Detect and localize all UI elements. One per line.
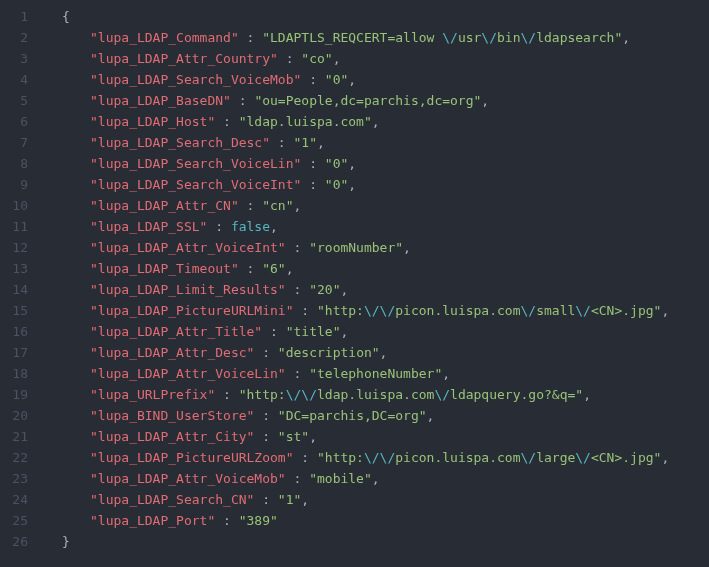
code-line: "lupa_LDAP_Port" : "389" (48, 510, 709, 531)
line-number: 16 (0, 321, 28, 342)
json-string: " (372, 345, 380, 360)
comma: , (403, 240, 411, 255)
line-number: 26 (0, 531, 28, 552)
json-key: "lupa_LDAP_Attr_VoiceMob" (90, 471, 286, 486)
json-string: " (325, 72, 333, 87)
json-string: usr (458, 30, 481, 45)
colon: : (254, 345, 277, 360)
json-key: "lupa_LDAP_Attr_City" (90, 429, 254, 444)
json-string: cn (270, 198, 286, 213)
code-line: "lupa_LDAP_Attr_Desc" : "description", (48, 342, 709, 363)
json-key: "lupa_LDAP_Attr_VoiceInt" (90, 240, 286, 255)
json-string: " (262, 261, 270, 276)
json-string: <CN>.jpg (591, 450, 654, 465)
colon: : (239, 261, 262, 276)
colon: : (301, 72, 324, 87)
line-number: 20 (0, 405, 28, 426)
colon: : (286, 471, 309, 486)
code-editor[interactable]: 1234567891011121314151617181920212223242… (0, 0, 709, 567)
json-string: " (286, 324, 294, 339)
comma: , (348, 156, 356, 171)
json-string: " (262, 198, 270, 213)
code-line: "lupa_LDAP_Search_Desc" : "1", (48, 132, 709, 153)
json-key: "lupa_URLPrefix" (90, 387, 215, 402)
colon: : (231, 93, 254, 108)
code-line: "lupa_LDAP_PictureURLMini" : "http:\/\/p… (48, 300, 709, 321)
line-number: 11 (0, 216, 28, 237)
comma: , (340, 324, 348, 339)
comma: , (317, 135, 325, 150)
code-line: "lupa_LDAP_Host" : "ldap.luispa.com", (48, 111, 709, 132)
json-escape: \/ (364, 450, 380, 465)
colon: : (254, 492, 277, 507)
line-number: 10 (0, 195, 28, 216)
json-escape: \/ (364, 303, 380, 318)
json-string: picon.luispa.com (395, 450, 520, 465)
comma: , (442, 366, 450, 381)
json-key: "lupa_LDAP_BaseDN" (90, 93, 231, 108)
comma: , (622, 30, 630, 45)
json-string: ldapquery.go?&q= (450, 387, 575, 402)
json-string: " (419, 408, 427, 423)
line-number: 14 (0, 279, 28, 300)
comma: , (301, 492, 309, 507)
colon: : (270, 135, 293, 150)
code-line: "lupa_LDAP_BaseDN" : "ou=People,dc=parch… (48, 90, 709, 111)
json-string: " (278, 345, 286, 360)
json-string: " (278, 429, 286, 444)
comma: , (661, 303, 669, 318)
code-line: "lupa_URLPrefix" : "http:\/\/ldap.luispa… (48, 384, 709, 405)
colon: : (294, 450, 317, 465)
code-line: "lupa_LDAP_Attr_VoiceInt" : "roomNumber"… (48, 237, 709, 258)
json-key: "lupa_LDAP_Search_VoiceLin" (90, 156, 301, 171)
json-string: " (309, 135, 317, 150)
comma: , (286, 261, 294, 276)
comma: , (583, 387, 591, 402)
line-number: 7 (0, 132, 28, 153)
json-string: 1 (301, 135, 309, 150)
comma: , (340, 282, 348, 297)
code-line: "lupa_LDAP_Attr_CN" : "cn", (48, 195, 709, 216)
comma: , (348, 72, 356, 87)
line-number: 22 (0, 447, 28, 468)
json-escape: \/ (301, 387, 317, 402)
colon: : (286, 282, 309, 297)
code-line: "lupa_LDAP_Attr_VoiceLin" : "telephoneNu… (48, 363, 709, 384)
json-escape: \/ (521, 30, 537, 45)
json-string: " (239, 513, 247, 528)
code-line: "lupa_LDAP_Attr_VoiceMob" : "mobile", (48, 468, 709, 489)
comma: , (348, 177, 356, 192)
json-string: " (325, 177, 333, 192)
code-line: "lupa_LDAP_Command" : "LDAPTLS_REQCERT=a… (48, 27, 709, 48)
colon: : (239, 198, 262, 213)
code-line: "lupa_LDAP_Attr_Country" : "co", (48, 48, 709, 69)
colon: : (301, 156, 324, 171)
json-key: "lupa_LDAP_Timeout" (90, 261, 239, 276)
json-string: " (317, 450, 325, 465)
json-key: "lupa_LDAP_Host" (90, 114, 215, 129)
line-number: 3 (0, 48, 28, 69)
colon: : (278, 51, 301, 66)
colon: : (301, 177, 324, 192)
json-escape: \/ (442, 30, 458, 45)
code-line: "lupa_LDAP_Search_CN" : "1", (48, 489, 709, 510)
json-escape: \/ (521, 303, 537, 318)
json-string: picon.luispa.com (395, 303, 520, 318)
json-string: " (270, 513, 278, 528)
json-key: "lupa_LDAP_Attr_VoiceLin" (90, 366, 286, 381)
code-line: "lupa_LDAP_Search_VoiceMob" : "0", (48, 69, 709, 90)
colon: : (215, 114, 238, 129)
json-string: " (317, 303, 325, 318)
code-line: "lupa_LDAP_PictureURLZoom" : "http:\/\/p… (48, 447, 709, 468)
json-string: " (286, 198, 294, 213)
line-number: 8 (0, 153, 28, 174)
json-key: "lupa_LDAP_Attr_CN" (90, 198, 239, 213)
json-string: http: (247, 387, 286, 402)
code-area[interactable]: {"lupa_LDAP_Command" : "LDAPTLS_REQCERT=… (38, 0, 709, 567)
comma: , (294, 198, 302, 213)
json-string: telephoneNumber (317, 366, 434, 381)
json-string: ou=People,dc=parchis,dc=org (262, 93, 473, 108)
json-string: " (239, 387, 247, 402)
code-line: "lupa_LDAP_Search_VoiceInt" : "0", (48, 174, 709, 195)
json-string: ldap.luispa.com (317, 387, 434, 402)
